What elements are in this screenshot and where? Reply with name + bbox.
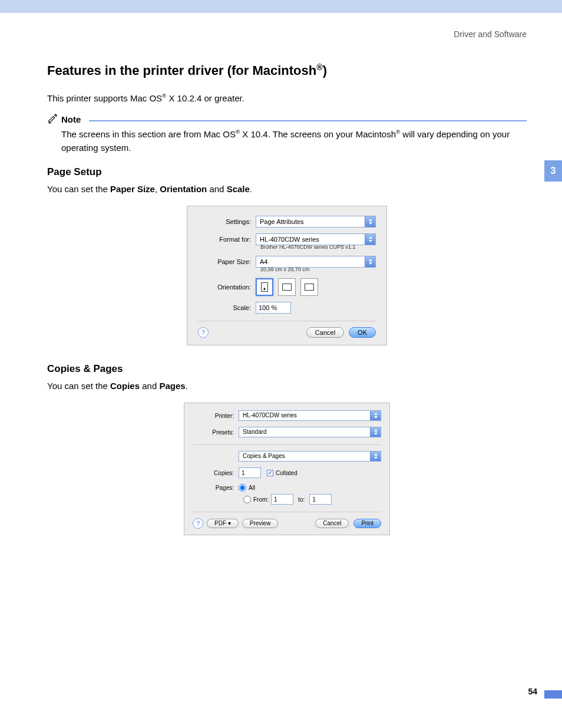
panel-select[interactable]: Copies & Pages bbox=[239, 451, 381, 462]
pages-all-radio[interactable] bbox=[239, 484, 246, 492]
page-tab bbox=[544, 690, 562, 699]
intro-prefix: This printer supports Mac OS bbox=[47, 93, 162, 103]
pdf-button[interactable]: PDF ▾ bbox=[207, 519, 239, 528]
updown-arrows-icon bbox=[370, 427, 381, 437]
preview-button[interactable]: Preview bbox=[242, 519, 279, 528]
papersize-value: A4 bbox=[260, 256, 267, 267]
printer-label: Printer: bbox=[193, 413, 239, 419]
pages-label: Pages: bbox=[193, 485, 239, 491]
help-button[interactable]: ? bbox=[193, 518, 203, 529]
copies-label: Copies: bbox=[193, 470, 239, 476]
printer-select[interactable]: HL-4070CDW series bbox=[239, 410, 381, 421]
pages-to-input[interactable] bbox=[309, 494, 332, 505]
note-label: Note bbox=[61, 114, 81, 124]
dialog-divider bbox=[193, 512, 381, 512]
top-stripe bbox=[0, 0, 562, 13]
settings-select[interactable]: Page Attributes bbox=[256, 216, 376, 228]
updown-arrows-icon bbox=[370, 452, 381, 461]
orientation-landscape-right-button[interactable] bbox=[300, 278, 318, 296]
papersize-label: Paper Size: bbox=[198, 258, 256, 265]
presets-label: Presets: bbox=[193, 429, 239, 436]
papersize-select[interactable]: A4 bbox=[256, 256, 376, 268]
pencil-note-icon bbox=[47, 114, 58, 124]
updown-arrows-icon bbox=[365, 234, 375, 245]
dialog-divider bbox=[198, 321, 376, 321]
orientation-landscape-left-button[interactable] bbox=[278, 278, 296, 296]
pages-from-label: From: bbox=[253, 496, 269, 503]
title-sup: ® bbox=[316, 62, 323, 72]
note-divider bbox=[89, 120, 527, 121]
printer-value: HL-4070CDW series bbox=[243, 410, 297, 421]
cp-desc-b2: Pages bbox=[159, 381, 185, 391]
landscape-left-icon bbox=[282, 284, 292, 291]
intro-suffix: X 10.2.4 or greater. bbox=[166, 93, 244, 103]
panel-value: Copies & Pages bbox=[243, 451, 285, 462]
settings-label: Settings: bbox=[198, 218, 256, 225]
section-copies-heading: Copies & Pages bbox=[47, 363, 527, 375]
ps-desc-b3: Scale bbox=[227, 184, 250, 194]
cp-desc-sep: and bbox=[140, 381, 159, 391]
formatfor-select[interactable]: HL-4070CDW series bbox=[256, 233, 376, 245]
orientation-label: Orientation: bbox=[198, 284, 256, 291]
section-pagesetup-heading: Page Setup bbox=[47, 166, 527, 178]
cp-desc-prefix: You can set the bbox=[47, 381, 110, 391]
page-number: 54 bbox=[528, 687, 537, 696]
note-mid: X 10.4. The screens on your Macintosh bbox=[240, 129, 396, 139]
formatfor-value: HL-4070CDW series bbox=[260, 234, 319, 245]
note-body: The screens in this section are from Mac… bbox=[61, 128, 527, 154]
ps-desc-sep1: , bbox=[155, 184, 160, 194]
updown-arrows-icon bbox=[365, 256, 375, 267]
note-header-row: Note bbox=[47, 114, 527, 124]
title-suffix: ) bbox=[323, 63, 327, 78]
ps-desc-prefix: You can set the bbox=[47, 184, 110, 194]
print-dialog: Printer: HL-4070CDW series Presets: Stan… bbox=[184, 403, 390, 535]
note-prefix: The screens in this section are from Mac… bbox=[61, 129, 236, 139]
copies-input[interactable] bbox=[239, 467, 261, 478]
scale-label: Scale: bbox=[198, 304, 256, 311]
page-setup-dialog: Settings: Page Attributes Format for: HL… bbox=[187, 206, 387, 345]
pages-from-input[interactable] bbox=[271, 494, 293, 505]
help-button[interactable]: ? bbox=[198, 327, 209, 338]
updown-arrows-icon bbox=[370, 411, 381, 420]
pages-to-label: to: bbox=[298, 496, 305, 503]
chapter-tab: 3 bbox=[544, 160, 562, 182]
updown-arrows-icon bbox=[365, 216, 375, 227]
dialog-divider bbox=[193, 444, 381, 445]
ps-desc-b2: Orientation bbox=[160, 184, 207, 194]
cancel-button[interactable]: Cancel bbox=[315, 519, 349, 528]
ps-desc-b1: Paper Size bbox=[110, 184, 155, 194]
intro-text: This printer supports Mac OS® X 10.2.4 o… bbox=[47, 93, 527, 103]
ok-button[interactable]: OK bbox=[349, 327, 376, 338]
title-prefix: Features in the printer driver (for Maci… bbox=[47, 63, 316, 78]
collated-label: Collated bbox=[276, 470, 297, 476]
cancel-button[interactable]: Cancel bbox=[306, 327, 344, 338]
pages-from-radio[interactable] bbox=[243, 496, 251, 503]
section-copies-desc: You can set the Copies and Pages. bbox=[47, 381, 527, 391]
scale-input[interactable] bbox=[256, 302, 291, 314]
portrait-icon bbox=[261, 282, 268, 292]
ps-desc-suffix: . bbox=[250, 184, 252, 194]
formatfor-label: Format for: bbox=[198, 236, 256, 243]
ps-desc-sep2: and bbox=[207, 184, 226, 194]
presets-value: Standard bbox=[243, 427, 267, 437]
cp-desc-suffix: . bbox=[186, 381, 188, 391]
landscape-right-icon bbox=[305, 284, 314, 291]
collated-checkbox[interactable]: ✓ bbox=[267, 470, 273, 476]
orientation-portrait-button[interactable] bbox=[256, 278, 273, 296]
print-button[interactable]: Print bbox=[353, 519, 381, 528]
presets-select[interactable]: Standard bbox=[239, 427, 381, 437]
pages-all-label: All bbox=[249, 485, 255, 491]
settings-value: Page Attributes bbox=[260, 216, 304, 227]
page-title: Features in the printer driver (for Maci… bbox=[47, 62, 527, 78]
breadcrumb: Driver and Software bbox=[47, 29, 527, 39]
section-pagesetup-desc: You can set the Paper Size, Orientation … bbox=[47, 184, 527, 194]
cp-desc-b1: Copies bbox=[110, 381, 140, 391]
